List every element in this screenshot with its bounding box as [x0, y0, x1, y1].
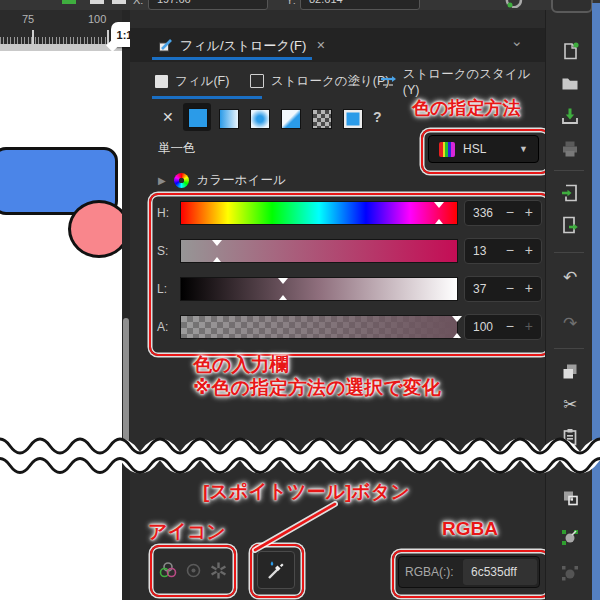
tab-label[interactable]: ストロークのスタイル(Y)	[403, 66, 545, 97]
toolbar-fragment-icon	[62, 0, 76, 4]
filled-square-icon	[155, 75, 168, 88]
annotation-box-icons	[150, 545, 236, 597]
cut-icon[interactable]: ✂	[559, 393, 581, 415]
commands-sidebar: ↶ ↷ ✂	[545, 10, 593, 600]
unknown-paint-button[interactable]: ?	[373, 109, 382, 125]
dialog-tab-fill-stroke[interactable]: フィル/ストローク(F) ✕	[152, 32, 332, 59]
ungroup-icon[interactable]	[559, 562, 581, 584]
toolbar-button[interactable]	[551, 0, 593, 13]
refresh-icon[interactable]	[504, 0, 524, 8]
y-coordinate-value[interactable]: 82.614	[309, 0, 343, 5]
y-coordinate-input[interactable]: 82.614	[300, 0, 420, 10]
ruler-number: 75	[22, 13, 34, 25]
annotation-box-sliders	[149, 193, 550, 356]
color-wheel-icon	[174, 173, 189, 188]
annotation-rgba: RGBA	[442, 518, 498, 540]
folder-open-icon[interactable]	[559, 72, 581, 94]
color-wheel-expander[interactable]: ▶ カラーホイール	[158, 172, 286, 189]
screenshot-root: X: 197.66 Y: 82.614 75 100 1:1	[0, 0, 600, 600]
annotation-box-rgba	[392, 550, 550, 598]
paste-icon[interactable]	[559, 426, 581, 448]
sidebar-separator	[554, 348, 584, 349]
document-new-icon[interactable]	[559, 40, 581, 62]
vertical-scrollbar-thumb[interactable]	[123, 318, 129, 442]
flat-color-label: 単一色	[158, 140, 196, 157]
sidebar-separator	[554, 252, 584, 253]
swatch-button[interactable]	[343, 109, 363, 129]
radial-gradient-button[interactable]	[250, 109, 270, 129]
group-icon[interactable]	[559, 526, 581, 548]
stroke-style-icon	[380, 75, 396, 88]
tab-label[interactable]: フィル(F)	[175, 73, 229, 90]
annotation-pointer-line	[240, 498, 350, 554]
mesh-gradient-button[interactable]	[281, 109, 301, 129]
active-tab-underline	[152, 96, 262, 99]
print-icon[interactable]	[559, 138, 581, 160]
tab-fill[interactable]: フィル(F)	[155, 68, 229, 94]
drawing-canvas[interactable]	[0, 51, 122, 600]
y-coordinate-label: Y:	[286, 0, 296, 6]
sidebar-separator	[554, 170, 584, 171]
fill-stroke-dialog-icon	[158, 38, 173, 53]
annotation-color-inputs: 色の入力欄 ※色の指定方法の選択で変化	[193, 353, 441, 399]
close-icon[interactable]: ✕	[316, 39, 325, 52]
tab-label[interactable]: ストロークの塗り(P)	[271, 73, 389, 90]
linear-gradient-button[interactable]	[219, 109, 239, 129]
x-coordinate-input[interactable]: 197.66	[148, 0, 268, 10]
paste-in-place-icon[interactable]	[559, 487, 581, 509]
pattern-button[interactable]	[312, 109, 332, 129]
expander-triangle-icon[interactable]: ▶	[158, 175, 166, 186]
ruler-number: 100	[88, 13, 106, 25]
annotation-dropper-button: [スポイトツール]ボタン	[203, 479, 410, 505]
annotation-color-method: 色の指定方法	[412, 96, 520, 120]
flat-color-button[interactable]	[188, 108, 208, 128]
duplicate-icon[interactable]	[559, 360, 581, 382]
active-dialog-underline	[152, 57, 312, 60]
tool-options-toolbar: X: 197.66 Y: 82.614	[0, 0, 600, 10]
x-coordinate-value[interactable]: 197.66	[157, 0, 191, 5]
redo-icon[interactable]: ↷	[559, 312, 581, 334]
color-wheel-label[interactable]: カラーホイール	[197, 172, 286, 189]
undo-icon[interactable]: ↶	[559, 266, 581, 288]
annotation-box-colorspace	[421, 129, 550, 174]
x-coordinate-label: X:	[133, 0, 143, 6]
canvas-panel-gutter	[122, 10, 130, 600]
ruler-tick-75	[32, 30, 34, 44]
annotation-icons: アイコン	[148, 519, 226, 545]
import-icon[interactable]	[559, 182, 581, 204]
tab-stroke-style[interactable]: ストロークのスタイル(Y)	[380, 68, 545, 94]
toolbar-fragment-icon	[112, 0, 126, 4]
no-paint-button[interactable]: ✕	[162, 109, 174, 125]
annotation-line: ※色の指定方法の選択で変化	[193, 377, 441, 398]
chevron-down-icon[interactable]: ⌄	[510, 32, 523, 50]
toolbar-fragment-icon	[90, 0, 104, 4]
annotation-line: 色の入力欄	[193, 354, 288, 375]
tab-stroke-paint[interactable]: ストロークの塗り(P)	[250, 68, 389, 94]
pink-ellipse-shape[interactable]	[68, 200, 122, 258]
canvas-top-strip	[0, 44, 122, 51]
save-icon[interactable]	[559, 105, 581, 127]
adjacent-window-edge	[592, 3, 600, 600]
dialog-tab-title[interactable]: フィル/ストローク(F)	[180, 37, 306, 55]
outline-square-icon	[250, 74, 264, 88]
export-icon[interactable]	[559, 214, 581, 236]
